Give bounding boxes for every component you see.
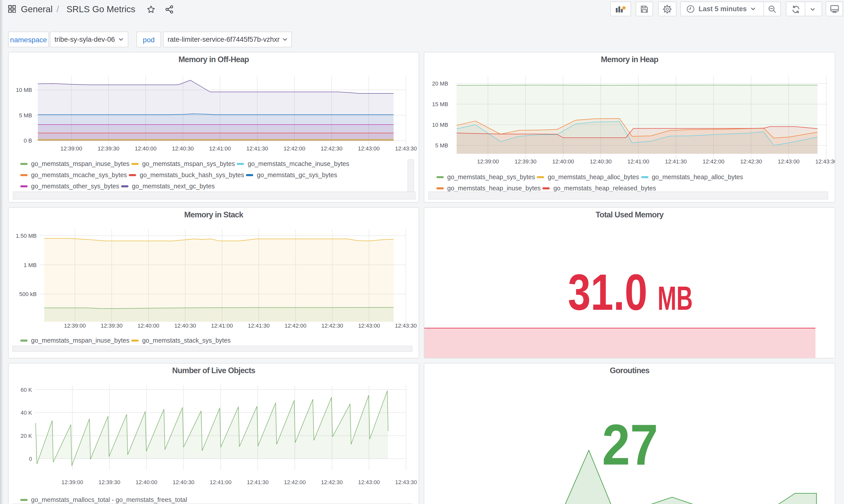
svg-text:0 B: 0 B (24, 138, 32, 144)
svg-text:12:43:30: 12:43:30 (395, 323, 417, 329)
svg-text:0: 0 (29, 456, 32, 462)
svg-text:10 MB: 10 MB (16, 87, 32, 93)
svg-text:12:41:30: 12:41:30 (247, 479, 269, 485)
svg-text:12:43:00: 12:43:00 (358, 323, 380, 329)
svg-text:12:39:30: 12:39:30 (515, 158, 537, 165)
svg-text:10 MB: 10 MB (432, 122, 448, 128)
svg-text:12:39:00: 12:39:00 (477, 158, 499, 165)
svg-text:15 MB: 15 MB (432, 101, 448, 107)
svg-text:12:42:00: 12:42:00 (703, 158, 724, 165)
svg-text:12:40:30: 12:40:30 (174, 323, 196, 329)
svg-text:12:39:30: 12:39:30 (98, 145, 120, 152)
svg-text:20 MB: 20 MB (432, 80, 448, 87)
svg-text:27: 27 (602, 412, 658, 477)
svg-text:12:42:00: 12:42:00 (284, 479, 306, 485)
svg-text:12:42:30: 12:42:30 (321, 323, 343, 329)
svg-text:12:39:30: 12:39:30 (101, 323, 123, 329)
svg-text:12:41:30: 12:41:30 (248, 323, 270, 329)
svg-text:12:41:00: 12:41:00 (628, 158, 649, 165)
svg-text:12:41:30: 12:41:30 (665, 158, 687, 165)
svg-text:40 K: 40 K (21, 410, 32, 416)
svg-text:12:40:00: 12:40:00 (138, 323, 159, 329)
svg-text:12:42:00: 12:42:00 (283, 145, 305, 152)
svg-text:20 K: 20 K (21, 433, 32, 439)
svg-text:12:42:30: 12:42:30 (740, 158, 762, 165)
svg-text:12:42:30: 12:42:30 (321, 145, 342, 152)
svg-text:12:43:00: 12:43:00 (358, 145, 380, 152)
svg-text:12:40:30: 12:40:30 (172, 145, 194, 152)
svg-text:12:40:30: 12:40:30 (590, 158, 612, 165)
svg-text:12:43:00: 12:43:00 (358, 479, 380, 485)
svg-text:12:41:30: 12:41:30 (246, 145, 268, 152)
svg-text:12:41:00: 12:41:00 (209, 145, 231, 152)
svg-text:1.50 MB: 1.50 MB (16, 233, 37, 239)
svg-text:12:41:00: 12:41:00 (211, 323, 233, 329)
svg-text:12:39:00: 12:39:00 (60, 145, 82, 152)
svg-text:5 MB: 5 MB (19, 112, 32, 119)
svg-text:1 MB: 1 MB (24, 262, 37, 268)
svg-text:5 MB: 5 MB (435, 142, 448, 149)
svg-text:500 kB: 500 kB (19, 291, 37, 297)
svg-text:12:42:30: 12:42:30 (321, 479, 343, 485)
svg-text:12:40:00: 12:40:00 (552, 158, 574, 165)
svg-text:12:43:30: 12:43:30 (395, 479, 417, 485)
svg-text:12:39:00: 12:39:00 (61, 479, 83, 485)
svg-text:12:41:00: 12:41:00 (210, 479, 232, 485)
svg-text:12:43:30: 12:43:30 (815, 158, 835, 165)
svg-text:12:39:00: 12:39:00 (64, 323, 86, 329)
svg-text:31.0: 31.0 (568, 264, 647, 321)
svg-text:12:42:00: 12:42:00 (285, 323, 306, 329)
svg-text:12:43:00: 12:43:00 (778, 158, 800, 165)
svg-text:12:39:30: 12:39:30 (99, 479, 121, 485)
svg-text:MB: MB (657, 280, 693, 317)
svg-text:60 K: 60 K (21, 386, 32, 393)
svg-text:12:40:00: 12:40:00 (136, 479, 157, 485)
svg-text:12:43:30: 12:43:30 (395, 145, 417, 152)
svg-text:12:40:00: 12:40:00 (135, 145, 157, 152)
svg-text:12:40:30: 12:40:30 (173, 479, 195, 485)
